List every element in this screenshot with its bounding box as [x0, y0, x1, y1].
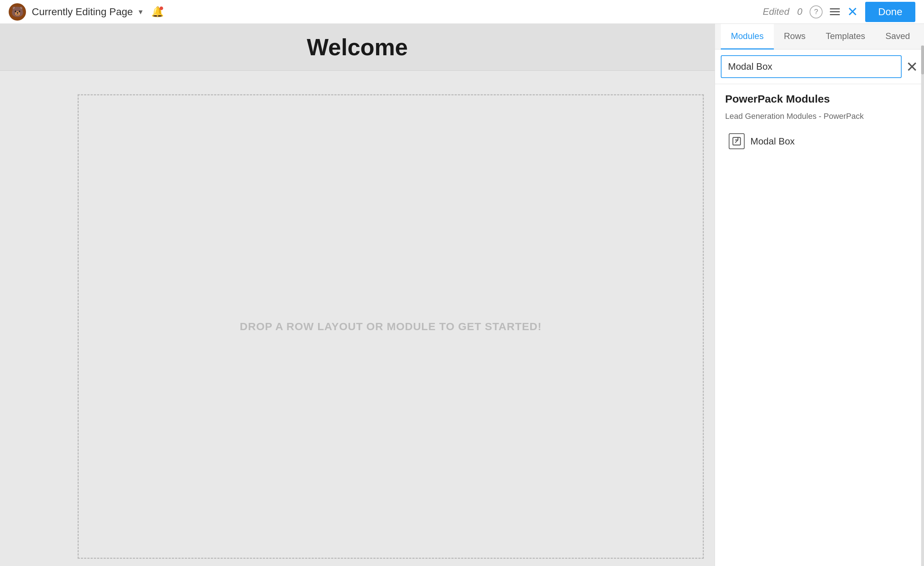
module-item-label: Modal Box: [750, 136, 795, 147]
hamburger-line: [830, 8, 840, 9]
done-button[interactable]: Done: [865, 2, 915, 22]
welcome-section: Welcome: [0, 24, 715, 71]
tab-saved[interactable]: Saved: [875, 24, 920, 50]
panel-scrollbar[interactable]: [921, 45, 924, 566]
notification-dot: [159, 6, 163, 10]
help-icon[interactable]: ?: [810, 5, 823, 18]
section-title: PowerPack Modules: [725, 93, 914, 105]
tab-modules[interactable]: Modules: [721, 24, 774, 50]
panel-tabs: Modules Rows Templates Saved: [715, 24, 924, 50]
tab-templates[interactable]: Templates: [816, 24, 875, 50]
toolbar-right: Edited 0 ? ✕ Done: [763, 2, 915, 22]
module-item-modal-box[interactable]: Modal Box: [725, 128, 914, 154]
toolbar-left: 🐻 Currently Editing Page ▾ 🔔: [9, 3, 763, 21]
modal-box-icon: [729, 133, 745, 149]
drop-zone-hint: DROP A ROW LAYOUT OR MODULE TO GET START…: [240, 321, 542, 333]
toolbar: 🐻 Currently Editing Page ▾ 🔔 Edited 0 ? …: [0, 0, 924, 24]
search-clear-icon[interactable]: ✕: [906, 60, 918, 74]
hamburger-line: [830, 11, 840, 12]
chevron-down-icon[interactable]: ▾: [139, 7, 142, 17]
main-area: Welcome DROP A ROW LAYOUT OR MODULE TO G…: [0, 24, 924, 566]
tab-rows[interactable]: Rows: [774, 24, 816, 50]
panel-content: PowerPack Modules Lead Generation Module…: [715, 84, 924, 566]
hamburger-menu-icon[interactable]: [830, 8, 840, 15]
right-panel: Modules Rows Templates Saved ✕ PowerPack…: [715, 24, 924, 566]
notification-bell[interactable]: 🔔: [151, 6, 164, 18]
category-label: Lead Generation Modules - PowerPack: [725, 111, 914, 121]
search-bar: ✕: [715, 50, 924, 84]
close-icon[interactable]: ✕: [847, 5, 858, 18]
canvas-area: Welcome DROP A ROW LAYOUT OR MODULE TO G…: [0, 24, 715, 566]
edited-text: Edited: [763, 6, 789, 17]
logo-bear-icon: 🐻: [11, 6, 24, 18]
edited-count: 0: [797, 6, 802, 17]
logo-avatar: 🐻: [9, 3, 26, 21]
edited-label: Edited 0: [763, 6, 802, 17]
hamburger-line: [830, 14, 840, 15]
search-input[interactable]: [721, 55, 902, 78]
panel-scrollbar-thumb: [921, 45, 924, 74]
welcome-title: Welcome: [307, 34, 408, 61]
page-title: Currently Editing Page: [32, 6, 133, 18]
drop-zone[interactable]: DROP A ROW LAYOUT OR MODULE TO GET START…: [78, 94, 704, 559]
